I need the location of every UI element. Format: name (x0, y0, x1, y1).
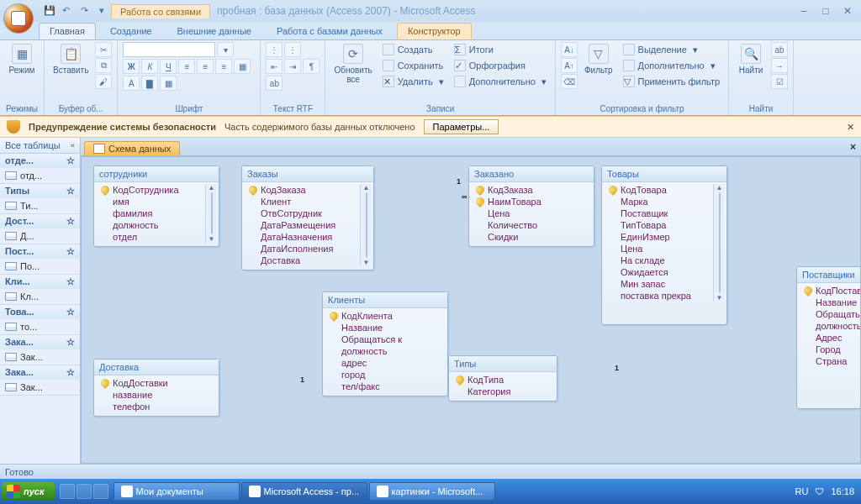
nav-group-header[interactable]: отде...☆ (0, 154, 80, 168)
field[interactable]: Поставщик (604, 207, 713, 219)
field[interactable]: должность (96, 219, 205, 231)
ql-desktop-icon[interactable] (77, 484, 92, 499)
field[interactable]: КодТовара (604, 184, 713, 196)
start-button[interactable]: пуск (2, 482, 55, 501)
table-delivery[interactable]: ДоставкаКодДоставкиназваниетелефон (93, 359, 219, 417)
scroll-up-icon[interactable]: ▲ (363, 184, 370, 192)
alt-fill-icon[interactable]: ▦ (160, 76, 177, 91)
field[interactable]: адрес (325, 357, 446, 369)
tab-create[interactable]: Создание (99, 23, 163, 39)
scroll-up-icon[interactable]: ▲ (716, 184, 723, 192)
nav-item[interactable]: Ти... (0, 198, 80, 213)
field[interactable]: ТипТовара (604, 219, 713, 231)
field[interactable]: Категория (451, 386, 555, 397)
field[interactable]: Мин запас (604, 278, 713, 290)
table-suppliers[interactable]: ПоставщикиКодПоставщикаНазваниеОбращатьс… (796, 266, 861, 409)
nav-item[interactable]: Кл... (0, 289, 80, 304)
select-icon[interactable]: ☑ (771, 74, 788, 89)
nav-group-header[interactable]: Това...☆ (0, 305, 80, 319)
field[interactable]: Доставка (244, 255, 360, 266)
table-employees[interactable]: сотрудникиКодСотрудникаимяфамилиядолжнос… (93, 165, 219, 247)
relationships-canvas[interactable]: 1 ∞ 1 ∞ ∞ 1 1 1 1 1 сотрудникиКодСотрудн… (81, 156, 861, 464)
increase-indent-icon[interactable]: ⇥ (284, 59, 301, 74)
redo-icon[interactable]: ↷ (81, 5, 92, 17)
scroll-down-icon[interactable]: ▼ (209, 235, 215, 243)
gridlines-icon[interactable]: ▦ (234, 59, 251, 74)
table-title[interactable]: Заказано (469, 166, 594, 182)
replace-icon[interactable]: ab (771, 42, 788, 57)
paste-button[interactable]: 📋Вставить (50, 42, 92, 76)
security-close-icon[interactable]: ✕ (847, 122, 854, 133)
field[interactable]: Адрес (799, 332, 861, 344)
save-icon[interactable]: 💾 (44, 5, 55, 17)
underline-icon[interactable]: Ч (160, 59, 177, 74)
field[interactable]: КодПоставщика (799, 285, 861, 297)
field[interactable]: должность (799, 320, 861, 332)
field[interactable]: ОтвСотрудник (244, 207, 360, 219)
table-title[interactable]: Заказы (242, 166, 373, 182)
decrease-indent-icon[interactable]: ⇤ (266, 59, 283, 74)
field[interactable]: Город (799, 344, 861, 355)
close-button[interactable]: ✕ (839, 5, 856, 17)
tab-external[interactable]: Внешние данные (166, 23, 262, 39)
office-button[interactable] (3, 3, 34, 34)
numbering-icon[interactable]: ⋮ (284, 42, 301, 57)
task-documents[interactable]: Мои документы (114, 482, 240, 501)
field[interactable]: Цена (604, 243, 713, 255)
tab-constructor[interactable]: Конструктор (397, 23, 472, 39)
nav-group-header[interactable]: Зака...☆ (0, 365, 80, 380)
nav-item[interactable]: то... (0, 319, 80, 334)
doc-close-icon[interactable]: × (850, 141, 856, 153)
scroll-down-icon[interactable]: ▼ (716, 294, 723, 302)
nav-item[interactable]: Д... (0, 228, 80, 244)
table-title[interactable]: Клиенты (323, 292, 447, 308)
table-title[interactable]: Доставка (94, 360, 219, 375)
table-types[interactable]: ТипыКодТипаКатегория (448, 355, 557, 402)
security-options-button[interactable]: Параметры... (424, 119, 499, 134)
ql-media-icon[interactable] (93, 484, 108, 499)
field[interactable]: Название (799, 297, 861, 308)
font-size-select[interactable]: ▾ (217, 42, 234, 57)
selection-filter-button[interactable]: Выделение ▾ (620, 42, 724, 57)
field[interactable]: НаимТовара (471, 196, 592, 207)
nav-item[interactable]: По... (0, 259, 80, 274)
ql-ie-icon[interactable] (60, 484, 75, 499)
advanced-filter-button[interactable]: Дополнительно ▾ (620, 58, 724, 73)
task-paint[interactable]: картинки - Microsoft... (369, 482, 495, 501)
maximize-button[interactable]: □ (817, 5, 834, 17)
field[interactable]: КодЗаказа (244, 184, 360, 196)
field[interactable]: На складе (604, 255, 713, 266)
filter-button[interactable]: ▽Фильтр (581, 42, 616, 76)
font-color-icon[interactable]: A (123, 76, 140, 91)
scrollbar[interactable]: ▲▼ (713, 184, 725, 302)
field[interactable]: Обращаться к (325, 333, 446, 345)
table-title[interactable]: Поставщики (797, 267, 861, 283)
highlight-icon[interactable]: ab (266, 76, 283, 91)
table-title[interactable]: Типы (449, 356, 557, 372)
field[interactable]: Ожидается (604, 266, 713, 278)
font-family-select[interactable] (123, 42, 215, 57)
clear-sort-icon[interactable]: ⌫ (561, 74, 578, 89)
field[interactable]: Марка (604, 196, 713, 207)
nav-group-header[interactable]: Кли...☆ (0, 275, 80, 289)
field[interactable]: КодДоставки (96, 377, 217, 389)
sort-desc-icon[interactable]: A↑ (561, 58, 578, 73)
bullets-icon[interactable]: ⋮ (266, 42, 283, 57)
bold-icon[interactable]: Ж (123, 59, 140, 74)
nav-item[interactable]: Зак... (0, 349, 80, 365)
field[interactable]: отдел (96, 231, 205, 243)
undo-icon[interactable]: ↶ (62, 5, 74, 17)
new-record-button[interactable]: Создать (379, 42, 447, 57)
copy-icon[interactable]: ⧉ (95, 58, 112, 73)
fill-color-icon[interactable]: ▇ (141, 76, 158, 91)
field[interactable]: КодКлиента (325, 310, 446, 322)
scroll-down-icon[interactable]: ▼ (363, 259, 370, 266)
find-button[interactable]: 🔍Найти (734, 42, 768, 76)
field[interactable]: Клиент (244, 196, 360, 207)
task-access[interactable]: Microsoft Access - пр... (241, 482, 367, 501)
nav-group-header[interactable]: Зака...☆ (0, 335, 80, 349)
doc-tab-schema[interactable]: Схема данных (84, 141, 180, 155)
save-record-button[interactable]: Сохранить (379, 58, 447, 73)
table-goods[interactable]: ТоварыКодТовараМаркаПоставщикТипТовараЕд… (601, 165, 727, 325)
nav-group-header[interactable]: Дост...☆ (0, 214, 80, 228)
